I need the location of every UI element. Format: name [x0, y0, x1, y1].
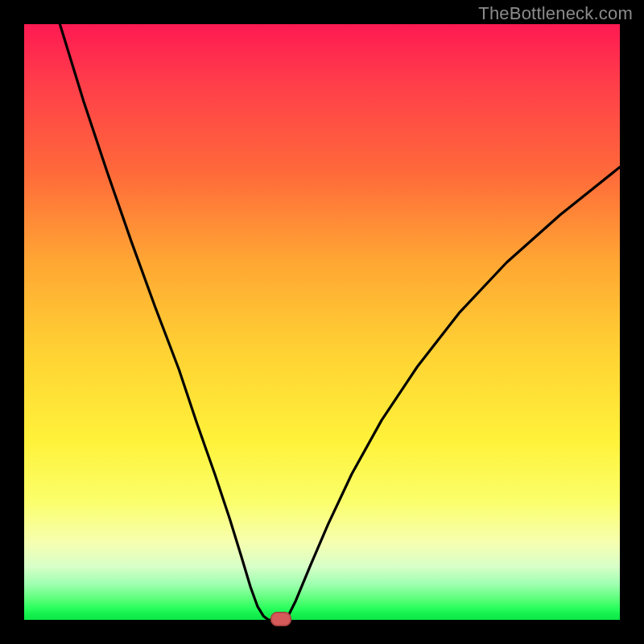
chart-frame: TheBottleneck.com: [0, 0, 644, 644]
watermark-text: TheBottleneck.com: [478, 3, 633, 24]
plot-area: [24, 24, 620, 620]
bottleneck-curve: [24, 24, 620, 620]
optimum-marker: [270, 612, 291, 626]
